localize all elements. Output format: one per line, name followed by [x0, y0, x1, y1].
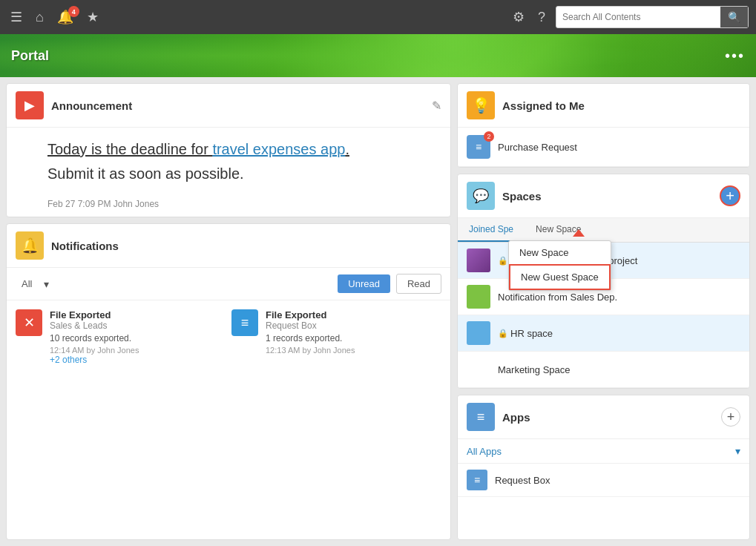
- notification-item-1: ✕ File Exported Sales & Leads 10 records…: [16, 309, 226, 365]
- star-icon[interactable]: ★: [84, 6, 102, 28]
- request-box-label: Request Box: [495, 475, 550, 486]
- assigned-to-me-card: 💡 Assigned to Me ≡ 2 Purchase Request: [457, 83, 750, 168]
- apps-all-section: All Apps ▾: [458, 439, 749, 464]
- assigned-title: Assigned to Me: [502, 99, 585, 112]
- apps-all-header[interactable]: All Apps ▾: [467, 445, 740, 457]
- notif-item-2-meta: 12:13 AM by John Jones: [266, 346, 441, 355]
- spaces-icon-box: 💬: [467, 182, 495, 210]
- edit-icon[interactable]: ✎: [432, 99, 441, 113]
- left-panel: ▶ Announcement ✎ Today is the deadline f…: [6, 83, 451, 540]
- app-item-request-box[interactable]: ≡ Request Box: [458, 464, 749, 497]
- notif-item-2-icon: ≡: [231, 309, 258, 336]
- notif-item-2-content: File Exported Request Box 1 records expo…: [266, 309, 441, 355]
- apps-card: ≡ Apps + All Apps ▾ ≡ Request Box: [457, 395, 750, 540]
- purchase-request-label[interactable]: Purchase Request: [498, 142, 577, 153]
- filter-dropdown-arrow[interactable]: ▾: [44, 278, 49, 290]
- dropdown-new-guest-space-item[interactable]: New Guest Space: [509, 264, 611, 290]
- notif-item-1-content: File Exported Sales & Leads 10 records e…: [50, 309, 226, 365]
- gear-icon[interactable]: ⚙: [510, 6, 527, 28]
- space-thumb-marketing: [467, 358, 490, 381]
- bell-wrapper[interactable]: 🔔 4: [54, 9, 76, 25]
- assigned-header: 💡 Assigned to Me: [458, 84, 749, 128]
- notif-item-2-desc: 1 records exported.: [266, 333, 441, 343]
- portal-title: Portal: [11, 48, 49, 64]
- announcement-link[interactable]: travel expenses app: [212, 141, 345, 157]
- portal-banner: Portal •••: [0, 34, 756, 77]
- top-nav: ☰ ⌂ 🔔 4 ★ ⚙ ? 🔍: [0, 0, 756, 34]
- hamburger-icon[interactable]: ☰: [7, 6, 25, 28]
- space-name-marketing: Marketing Space: [498, 364, 571, 375]
- notif-item-1-title: File Exported: [50, 309, 226, 320]
- notifications-items: ✕ File Exported Sales & Leads 10 records…: [7, 300, 450, 374]
- notifications-card: 🔔 Notifications All ▾ Unread Read ✕ File…: [6, 223, 451, 540]
- purchase-badge: 2: [484, 131, 494, 142]
- space-thumb-sales: [467, 285, 490, 309]
- notif-item-2-title: File Exported: [266, 309, 441, 320]
- spaces-title: Spaces: [502, 190, 720, 203]
- lock-icon-aaa: 🔒: [498, 256, 508, 266]
- notification-item-2: ≡ File Exported Request Box 1 records ex…: [231, 309, 441, 365]
- space-item-hr[interactable]: 🔒 HR space: [458, 315, 749, 352]
- portal-menu-dots[interactable]: •••: [725, 47, 745, 65]
- new-space-dropdown: New Space New Guest Space: [508, 240, 611, 291]
- notifications-icon-box: 🔔: [16, 231, 44, 260]
- apps-icon-box: ≡: [467, 403, 495, 431]
- notif-item-1-others[interactable]: +2 others: [50, 355, 226, 365]
- lock-icon-hr: 🔒: [498, 329, 508, 338]
- tab-joined-spaces[interactable]: Joined Spe: [458, 218, 525, 242]
- dropdown-arrow-indicator: [573, 228, 585, 239]
- bell-large-icon: 🔔: [21, 237, 39, 254]
- space-thumb-aaa: [467, 249, 490, 272]
- export-icon-2: ≡: [241, 315, 249, 331]
- space-name-hr: HR space: [510, 328, 553, 339]
- dropdown-new-space-item[interactable]: New Space: [509, 241, 611, 264]
- announcement-title: Announcement: [51, 99, 432, 112]
- announcement-icon-box: ▶: [16, 91, 44, 119]
- export-icon-1: ✕: [24, 315, 35, 331]
- request-box-icon-symbol: ≡: [474, 474, 480, 486]
- spaces-header: 💬 Spaces +: [458, 174, 749, 218]
- announcement-meta: Feb 27 7:09 PM John Jones: [7, 199, 450, 217]
- add-space-button[interactable]: +: [720, 185, 740, 206]
- purchase-icon-symbol: ≡: [476, 141, 481, 153]
- help-icon[interactable]: ?: [535, 7, 548, 28]
- notifications-title: Notifications: [51, 240, 119, 252]
- announcement-main-text: Today is the deadline for travel expense…: [47, 139, 410, 159]
- search-button[interactable]: 🔍: [720, 7, 748, 27]
- announcement-body: Today is the deadline for travel expense…: [7, 128, 450, 199]
- request-box-icon: ≡: [467, 470, 487, 490]
- notifications-header: 🔔 Notifications: [7, 224, 450, 268]
- apps-icon: ≡: [477, 410, 485, 425]
- announcement-card: ▶ Announcement ✎ Today is the deadline f…: [6, 83, 451, 217]
- notif-item-1-meta: 12:14 AM by John Jones: [50, 346, 226, 355]
- filter-all[interactable]: All: [16, 275, 38, 292]
- notification-badge: 4: [68, 6, 79, 17]
- notif-item-1-icon: ✕: [16, 309, 42, 336]
- apps-title: Apps: [502, 411, 721, 424]
- spaces-tabs: Joined Spe New Space New Space New Guest…: [458, 218, 749, 243]
- search-box[interactable]: 🔍: [556, 6, 749, 28]
- space-thumb-hr: [467, 321, 490, 345]
- right-panel: 💡 Assigned to Me ≡ 2 Purchase Request 💬: [457, 83, 750, 540]
- purchase-icon-wrapper: ≡ 2: [467, 135, 490, 159]
- all-apps-label: All Apps: [467, 446, 735, 457]
- spaces-icon: 💬: [473, 188, 489, 204]
- lightbulb-icon: 💡: [472, 96, 490, 114]
- search-input[interactable]: [556, 12, 720, 22]
- chevron-down-icon: ▾: [735, 445, 740, 457]
- red-arrow-icon: [573, 229, 585, 237]
- spaces-card: 💬 Spaces + Joined Spe New Space New Spac…: [457, 174, 750, 389]
- announcement-header: ▶ Announcement ✎: [7, 84, 450, 128]
- main-content: ▶ Announcement ✎ Today is the deadline f…: [0, 77, 756, 546]
- unread-button[interactable]: Unread: [338, 274, 390, 293]
- assigned-icon-box: 💡: [467, 91, 495, 119]
- read-button[interactable]: Read: [396, 274, 441, 294]
- assigned-item-purchase[interactable]: ≡ 2 Purchase Request: [458, 128, 749, 167]
- space-name-sales: Notification from Sales Dep.: [498, 292, 617, 303]
- add-app-button[interactable]: +: [721, 407, 740, 427]
- home-icon[interactable]: ⌂: [33, 7, 47, 28]
- space-item-marketing[interactable]: Marketing Space: [458, 352, 749, 388]
- notif-item-2-source: Request Box: [266, 320, 441, 331]
- notif-item-1-source: Sales & Leads: [50, 320, 226, 331]
- announcement-icon: ▶: [24, 97, 35, 114]
